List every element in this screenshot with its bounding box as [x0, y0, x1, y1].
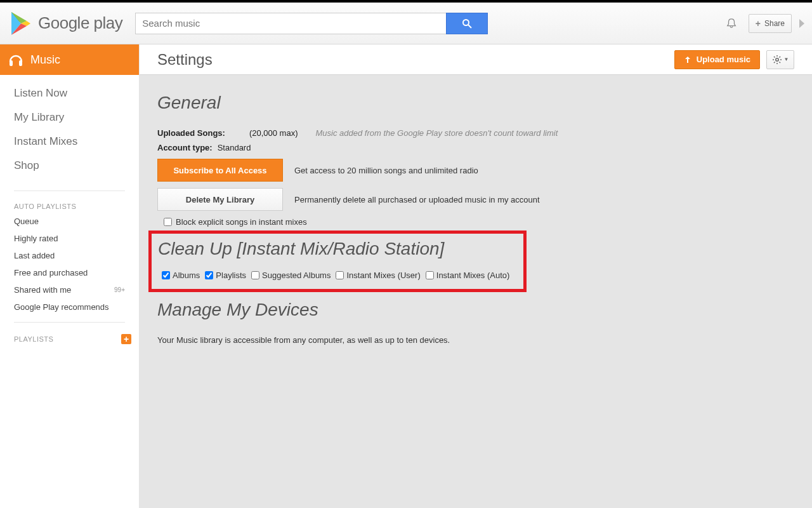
- sidebar: Music Listen Now My Library Instant Mixe…: [0, 44, 140, 508]
- share-button[interactable]: + Share: [749, 14, 792, 33]
- search-input[interactable]: [135, 13, 446, 34]
- headphones-icon: [8, 51, 24, 68]
- nav-listen-now[interactable]: Listen Now: [14, 81, 125, 105]
- settings-gear-button[interactable]: ▼: [766, 50, 794, 69]
- cleanup-opt-auto-mixes[interactable]: Instant Mixes (Auto): [426, 271, 510, 280]
- cleanup-chk-user-mixes[interactable]: [336, 271, 344, 279]
- general-heading: General: [157, 93, 794, 113]
- auto-item-last-added[interactable]: Last added: [0, 247, 139, 264]
- cleanup-chk-auto-mixes[interactable]: [426, 271, 434, 279]
- subscribe-button[interactable]: Subscribe to All Access: [157, 159, 283, 182]
- cleanup-chk-suggested[interactable]: [251, 271, 259, 279]
- uploaded-label: Uploaded Songs:: [157, 128, 225, 138]
- block-explicit-checkbox[interactable]: [164, 218, 172, 226]
- google-play-logo[interactable]: Google play: [10, 11, 122, 36]
- cleanup-highlight-box: Clean Up [Instant Mix/Radio Station] Alb…: [148, 231, 527, 292]
- play-icon: [10, 11, 32, 36]
- cleanup-heading: Clean Up [Instant Mix/Radio Station]: [158, 239, 517, 259]
- auto-item-highly-rated[interactable]: Highly rated: [0, 230, 139, 247]
- nav-my-library[interactable]: My Library: [14, 105, 125, 130]
- account-type-value: Standard: [218, 143, 251, 152]
- notifications-icon[interactable]: [726, 18, 737, 29]
- page-title: Settings: [157, 51, 213, 69]
- music-label: Music: [30, 53, 60, 67]
- delete-library-button[interactable]: Delete My Library: [157, 188, 283, 211]
- top-right-actions: + Share: [726, 14, 802, 33]
- cleanup-chk-playlists[interactable]: [205, 271, 213, 279]
- share-arrow-icon: [799, 19, 804, 28]
- subscribe-hint: Get access to 20 million songs and unlim…: [294, 166, 478, 175]
- upload-music-button[interactable]: Upload music: [674, 50, 760, 69]
- nav-shop[interactable]: Shop: [14, 154, 125, 178]
- auto-playlists-label: AUTO PLAYLISTS: [0, 197, 139, 213]
- nav-instant-mixes[interactable]: Instant Mixes: [14, 130, 125, 154]
- auto-item-free-purchased[interactable]: Free and purchased: [0, 264, 139, 281]
- auto-item-queue[interactable]: Queue: [0, 213, 139, 230]
- search-icon: [462, 18, 472, 29]
- svg-point-8: [775, 58, 778, 60]
- playlists-label: PLAYLISTS: [14, 335, 53, 343]
- svg-rect-6: [10, 60, 13, 66]
- cleanup-chk-albums[interactable]: [162, 271, 170, 279]
- logo-text: Google play: [38, 13, 122, 33]
- cleanup-opt-suggested[interactable]: Suggested Albums: [251, 271, 331, 280]
- delete-hint: Permanently delete all purchased or uplo…: [294, 195, 540, 204]
- uploaded-songs-row: Uploaded Songs: (20,000 max) Music added…: [157, 128, 794, 138]
- svg-rect-7: [19, 60, 22, 66]
- gear-icon: [772, 55, 782, 65]
- auto-item-shared[interactable]: Shared with me 99+: [0, 281, 139, 298]
- svg-line-5: [468, 25, 471, 28]
- cleanup-opt-user-mixes[interactable]: Instant Mixes (User): [336, 271, 420, 280]
- plus-icon: +: [756, 18, 761, 29]
- main-content: Settings Upload music ▼ General Upload: [140, 44, 812, 508]
- account-type-label: Account type:: [157, 143, 213, 152]
- auto-item-recommends[interactable]: Google Play recommends: [0, 298, 139, 316]
- title-bar: Settings Upload music ▼: [140, 44, 812, 75]
- uploaded-hint: Music added from the Google Play store d…: [315, 128, 558, 138]
- add-playlist-button[interactable]: +: [121, 334, 131, 344]
- svg-point-4: [463, 20, 469, 25]
- shared-badge: 99+: [114, 286, 125, 293]
- divider: [14, 190, 125, 191]
- upload-icon: [684, 56, 691, 64]
- cleanup-opt-playlists[interactable]: Playlists: [205, 271, 246, 280]
- search-container: [135, 13, 488, 34]
- uploaded-max: (20,000 max): [249, 128, 298, 138]
- sidebar-music-header[interactable]: Music: [0, 44, 139, 75]
- cleanup-opt-albums[interactable]: Albums: [162, 271, 200, 280]
- nav-list: Listen Now My Library Instant Mixes Shop: [0, 75, 139, 184]
- caret-down-icon: ▼: [784, 57, 789, 62]
- divider: [14, 322, 125, 323]
- cleanup-options: Albums Playlists Suggested Albums Instan…: [158, 271, 517, 280]
- search-button[interactable]: [446, 13, 488, 34]
- block-explicit-label: Block explicit songs in instant mixes: [176, 217, 307, 227]
- playlists-row: PLAYLISTS +: [0, 329, 139, 349]
- share-label: Share: [764, 19, 785, 28]
- top-bar: Google play + Share: [0, 0, 812, 44]
- devices-heading: Manage My Devices: [157, 300, 794, 320]
- account-type-row: Account type: Standard: [157, 143, 794, 152]
- devices-desc: Your Music library is accessible from an…: [157, 335, 794, 345]
